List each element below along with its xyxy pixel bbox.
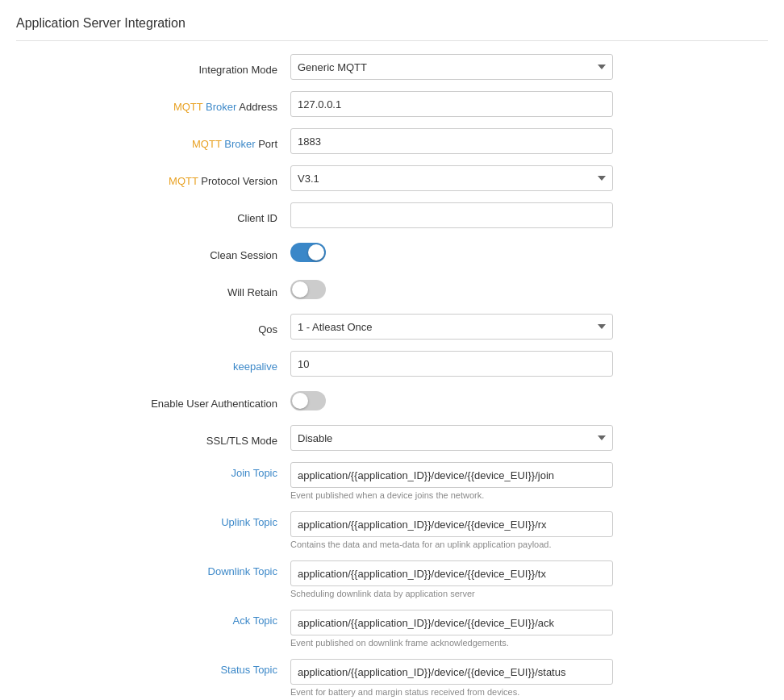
join-topic-row: Join Topic application/{{application_ID}… bbox=[16, 462, 768, 500]
join-topic-wrapper: application/{{application_ID}}/device/{{… bbox=[290, 462, 613, 500]
ssl-tls-mode-row: SSL/TLS Mode Disable CA signed server ce… bbox=[16, 425, 768, 451]
mqtt-protocol-version-label: MQTT Protocol Version bbox=[16, 170, 290, 187]
integration-mode-select[interactable]: Generic MQTT HTTP AWS IoT Azure IoT Hub bbox=[290, 54, 613, 80]
join-topic-input[interactable]: application/{{application_ID}}/device/{{… bbox=[290, 462, 613, 488]
join-topic-label: Join Topic bbox=[16, 462, 290, 479]
qos-label: Qos bbox=[16, 319, 290, 335]
mqtt-broker-address-row: MQTT Broker Address 127.0.0.1 bbox=[16, 91, 768, 117]
mqtt-protocol-version-select[interactable]: V3.1 V3.1.1 V5.0 bbox=[290, 165, 613, 191]
qos-row: Qos 0 - At Most Once 1 - Atleast Once 2 … bbox=[16, 314, 768, 340]
uplink-topic-input[interactable]: application/{{application_ID}}/device/{{… bbox=[290, 511, 613, 537]
mqtt-broker-port-wrapper: 1883 bbox=[290, 128, 613, 154]
downlink-topic-row: Downlink Topic application/{{application… bbox=[16, 560, 768, 598]
qos-wrapper: 0 - At Most Once 1 - Atleast Once 2 - Ex… bbox=[290, 314, 613, 340]
ssl-tls-mode-wrapper: Disable CA signed server certificate Sel… bbox=[290, 425, 613, 451]
client-id-row: Client ID bbox=[16, 202, 768, 228]
mqtt-broker-address-label: MQTT Broker Address bbox=[16, 96, 290, 113]
mqtt-broker-port-input[interactable]: 1883 bbox=[290, 128, 613, 154]
will-retain-row: Will Retain bbox=[16, 277, 768, 302]
mqtt-protocol-version-wrapper: V3.1 V3.1.1 V5.0 bbox=[290, 165, 613, 191]
keepalive-row: keepalive 10 bbox=[16, 351, 768, 377]
downlink-topic-hint: Scheduling downlink data by application … bbox=[290, 589, 613, 598]
enable-user-auth-wrapper bbox=[290, 391, 613, 410]
enable-user-auth-toggle[interactable] bbox=[290, 391, 326, 410]
status-topic-label: Status Topic bbox=[16, 659, 290, 676]
will-retain-toggle[interactable] bbox=[290, 280, 326, 299]
client-id-label: Client ID bbox=[16, 207, 290, 224]
status-topic-wrapper: application/{{application_ID}}/device/{{… bbox=[290, 659, 613, 697]
will-retain-wrapper bbox=[290, 280, 613, 299]
clean-session-label: Clean Session bbox=[16, 244, 290, 261]
enable-user-auth-label: Enable User Authentication bbox=[16, 393, 290, 410]
ack-topic-row: Ack Topic application/{{application_ID}}… bbox=[16, 610, 768, 648]
mqtt-broker-port-label: MQTT Broker Port bbox=[16, 133, 290, 150]
ack-topic-hint: Event published on downlink frame acknow… bbox=[290, 638, 613, 648]
status-topic-row: Status Topic application/{{application_I… bbox=[16, 659, 768, 697]
keepalive-input[interactable]: 10 bbox=[290, 351, 613, 377]
uplink-topic-row: Uplink Topic application/{{application_I… bbox=[16, 511, 768, 549]
ack-topic-label: Ack Topic bbox=[16, 610, 290, 627]
mqtt-broker-port-row: MQTT Broker Port 1883 bbox=[16, 128, 768, 154]
ssl-tls-mode-label: SSL/TLS Mode bbox=[16, 430, 290, 447]
clean-session-thumb bbox=[308, 244, 324, 260]
clean-session-row: Clean Session bbox=[16, 240, 768, 265]
will-retain-thumb bbox=[292, 281, 308, 298]
enable-user-auth-thumb bbox=[292, 393, 308, 409]
join-topic-hint: Event published when a device joins the … bbox=[290, 490, 613, 500]
downlink-topic-input[interactable]: application/{{application_ID}}/device/{{… bbox=[290, 560, 613, 586]
page-title: Application Server Integration bbox=[16, 16, 768, 41]
integration-mode-wrapper: Generic MQTT HTTP AWS IoT Azure IoT Hub bbox=[290, 54, 613, 80]
integration-mode-label: Integration Mode bbox=[16, 59, 290, 76]
keepalive-label: keepalive bbox=[16, 356, 290, 373]
client-id-input[interactable] bbox=[290, 202, 613, 228]
ssl-tls-mode-select[interactable]: Disable CA signed server certificate Sel… bbox=[290, 425, 613, 451]
client-id-wrapper bbox=[290, 202, 613, 228]
uplink-topic-wrapper: application/{{application_ID}}/device/{{… bbox=[290, 511, 613, 549]
clean-session-toggle[interactable] bbox=[290, 243, 326, 262]
qos-select[interactable]: 0 - At Most Once 1 - Atleast Once 2 - Ex… bbox=[290, 314, 613, 340]
mqtt-broker-address-wrapper: 127.0.0.1 bbox=[290, 91, 613, 117]
status-topic-input[interactable]: application/{{application_ID}}/device/{{… bbox=[290, 659, 613, 685]
keepalive-wrapper: 10 bbox=[290, 351, 613, 377]
mqtt-broker-address-input[interactable]: 127.0.0.1 bbox=[290, 91, 613, 117]
ack-topic-input[interactable]: application/{{application_ID}}/device/{{… bbox=[290, 610, 613, 635]
clean-session-wrapper bbox=[290, 243, 613, 262]
integration-mode-row: Integration Mode Generic MQTT HTTP AWS I… bbox=[16, 54, 768, 80]
status-topic-hint: Event for battery and margin status rece… bbox=[290, 687, 613, 697]
enable-user-auth-row: Enable User Authentication bbox=[16, 388, 768, 414]
ack-topic-wrapper: application/{{application_ID}}/device/{{… bbox=[290, 610, 613, 648]
downlink-topic-wrapper: application/{{application_ID}}/device/{{… bbox=[290, 560, 613, 598]
mqtt-protocol-version-row: MQTT Protocol Version V3.1 V3.1.1 V5.0 bbox=[16, 165, 768, 191]
will-retain-label: Will Retain bbox=[16, 281, 290, 298]
uplink-topic-label: Uplink Topic bbox=[16, 511, 290, 528]
uplink-topic-hint: Contains the data and meta-data for an u… bbox=[290, 540, 613, 549]
downlink-topic-label: Downlink Topic bbox=[16, 560, 290, 577]
